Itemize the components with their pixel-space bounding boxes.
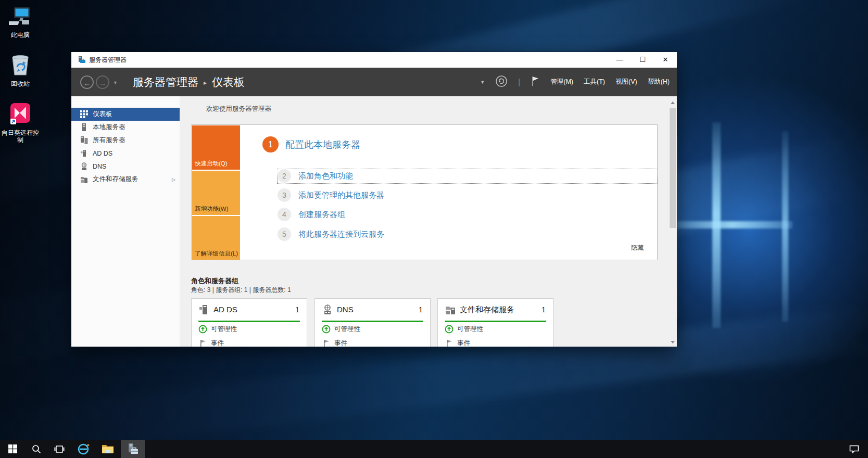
- step-add-roles-features[interactable]: 2 添加角色和功能: [278, 169, 353, 183]
- desktop-icon-this-pc[interactable]: 此电脑: [0, 5, 41, 39]
- events-flag-icon: [445, 339, 454, 347]
- desktop-icon-sunlogin[interactable]: 向日葵远程控制: [0, 102, 41, 144]
- breadcrumb-root[interactable]: 服务器管理器: [133, 76, 198, 88]
- window-navbar: ← → ▼ 服务器管理器▸仪表板 ▼ |: [71, 68, 677, 96]
- welcome-tile: 快速启动(Q) 新增功能(W) 了解详细信息(L) 1 配置此本地服务器 2 添…: [191, 124, 658, 260]
- sidebar-item-file-storage[interactable]: 文件和存储服务 ▷: [71, 173, 180, 186]
- recycle-bin-icon: [0, 53, 41, 79]
- sidebar-item-dashboard[interactable]: 仪表板: [71, 108, 180, 121]
- menu-help[interactable]: 帮助(H): [648, 78, 670, 86]
- start-button[interactable]: [0, 440, 25, 458]
- server-count: 1: [542, 305, 546, 314]
- refresh-button[interactable]: [495, 75, 508, 89]
- status-bar-green: [445, 321, 546, 322]
- tile-row-manageability[interactable]: 可管理性: [445, 325, 483, 334]
- wallpaper-window-bar: [712, 122, 721, 328]
- sidebar-item-label: 所有服务器: [93, 136, 125, 145]
- step-number-badge: 2: [278, 169, 291, 183]
- tile-row-manageability[interactable]: 可管理性: [322, 325, 360, 334]
- status-bar-green: [198, 321, 300, 322]
- server-manager-task-button[interactable]: [121, 440, 145, 458]
- notifications-flag-button[interactable]: [531, 75, 540, 88]
- sidebar-item-ad-ds[interactable]: AD DS: [71, 147, 180, 160]
- step-add-other-servers[interactable]: 3 添加要管理的其他服务器: [278, 188, 384, 202]
- step-number-badge: 5: [278, 227, 291, 241]
- tile-row-manageability[interactable]: 可管理性: [198, 325, 237, 334]
- maximize-button[interactable]: ☐: [631, 52, 654, 68]
- menu-view[interactable]: 视图(V): [615, 78, 637, 86]
- events-flag-icon: [198, 339, 207, 347]
- server-manager-icon: [78, 56, 86, 66]
- dashboard-icon: [80, 110, 88, 118]
- tile-row-events[interactable]: 事件: [445, 339, 470, 347]
- scroll-down-icon[interactable]: [671, 341, 675, 344]
- local-server-icon: [80, 123, 88, 131]
- tile-row-events[interactable]: 事件: [322, 339, 347, 347]
- task-view-icon: [54, 445, 65, 453]
- tab-whats-new[interactable]: 新增功能(W): [192, 171, 240, 215]
- file-explorer-icon: [102, 444, 114, 454]
- step-connect-cloud[interactable]: 5 将此服务器连接到云服务: [278, 227, 384, 241]
- back-button[interactable]: ←: [80, 75, 94, 89]
- dns-icon: [80, 162, 88, 170]
- manageability-ok-icon: [322, 325, 331, 334]
- server-count: 1: [419, 305, 423, 314]
- server-manager-icon: [126, 442, 140, 456]
- nav-divider: |: [518, 78, 520, 87]
- sidebar-item-all-servers[interactable]: 所有服务器: [71, 134, 180, 147]
- internet-explorer-button[interactable]: [72, 440, 95, 458]
- server-dropdown-caret[interactable]: ▼: [480, 80, 485, 85]
- file-storage-icon: [445, 304, 456, 317]
- file-explorer-button[interactable]: [96, 440, 119, 458]
- close-button[interactable]: ✕: [654, 52, 677, 68]
- role-tile-file-storage[interactable]: 文件和存储服务 1 可管理性 事件: [437, 298, 553, 347]
- expand-arrow-icon[interactable]: ▷: [172, 177, 175, 182]
- sidebar-item-label: DNS: [93, 163, 106, 170]
- breadcrumb: 服务器管理器▸仪表板: [133, 68, 245, 96]
- sidebar-item-label: AD DS: [93, 150, 112, 157]
- tab-learn-more[interactable]: 了解详细信息(L): [192, 216, 240, 260]
- search-icon: [32, 444, 41, 454]
- minimize-button[interactable]: —: [608, 52, 631, 68]
- vertical-scrollbar[interactable]: [669, 99, 676, 346]
- sidebar-item-local-server[interactable]: 本地服务器: [71, 121, 180, 134]
- scroll-up-icon[interactable]: [671, 101, 675, 104]
- navbar-right-cluster: ▼ | 管理(M) 工具(T) 视图(V): [480, 68, 670, 96]
- menu-tools[interactable]: 工具(T): [584, 78, 605, 86]
- step-configure-local-server[interactable]: 1 配置此本地服务器: [262, 136, 360, 152]
- search-button[interactable]: [25, 440, 48, 458]
- roles-section-title: 角色和服务器组: [191, 276, 238, 286]
- role-tile-ad-ds[interactable]: AD DS 1 可管理性 事件: [191, 298, 307, 347]
- breadcrumb-current[interactable]: 仪表板: [212, 76, 245, 88]
- sidebar-item-label: 文件和存储服务: [93, 175, 139, 184]
- menu-manage[interactable]: 管理(M): [550, 78, 573, 86]
- task-view-button[interactable]: [48, 440, 71, 458]
- file-storage-icon: [80, 175, 88, 183]
- sidebar: 仪表板 本地服务器 所有服务器 AD DS DNS 文件和存储服务 ▷: [71, 96, 180, 347]
- taskbar: S 中 ’, 18:01: [0, 440, 868, 458]
- step-number-badge: 4: [278, 208, 291, 221]
- refresh-icon: [495, 75, 508, 87]
- step-create-server-group[interactable]: 4 创建服务器组: [278, 208, 345, 221]
- action-center-button[interactable]: [844, 440, 864, 458]
- sidebar-item-label: 仪表板: [93, 110, 112, 119]
- forward-button[interactable]: →: [96, 75, 109, 89]
- window-title: 服务器管理器: [89, 52, 127, 68]
- wallpaper-window-bar: [672, 221, 792, 228]
- step-number-badge: 1: [262, 136, 279, 152]
- sidebar-item-dns[interactable]: DNS: [71, 160, 180, 173]
- sunlogin-icon: [0, 102, 41, 128]
- hide-link[interactable]: 隐藏: [631, 244, 644, 252]
- manageability-ok-icon: [198, 325, 207, 334]
- notification-icon: [849, 445, 859, 453]
- manageability-ok-icon: [445, 325, 454, 334]
- role-tile-dns[interactable]: DNS 1 可管理性 事件: [315, 298, 431, 347]
- desktop-icon-recycle-bin[interactable]: 回收站: [0, 53, 41, 87]
- tile-row-events[interactable]: 事件: [198, 339, 224, 347]
- desktop-icon-label: 向日葵远程控制: [0, 129, 41, 144]
- all-servers-icon: [80, 136, 88, 144]
- ad-ds-icon: [80, 149, 88, 157]
- tab-quick-start[interactable]: 快速启动(Q): [192, 125, 240, 170]
- scrollbar-thumb[interactable]: [670, 108, 676, 228]
- nav-history-caret[interactable]: ▼: [113, 80, 118, 85]
